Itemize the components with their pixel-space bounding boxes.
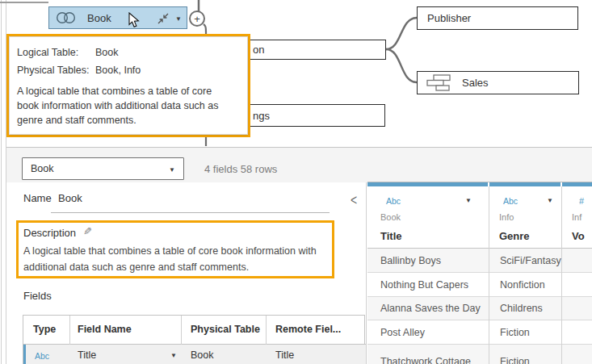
plus-icon: + [194, 14, 200, 24]
field-name-caret-icon[interactable]: ▼ [170, 352, 177, 359]
fields-rows-summary: 4 fields 58 rows [204, 163, 277, 175]
tooltip-physical-value: Book, Info [95, 65, 141, 76]
fields-section-label: Fields [23, 290, 52, 302]
node-book-label: Book [87, 12, 111, 24]
number-type-icon: # [579, 196, 584, 206]
cell-title: Post Alley [380, 327, 425, 338]
grid-row-5: Thatchwork Cottage Fiction [367, 345, 592, 364]
grid-col-divider-1 [489, 186, 489, 364]
fields-header-physical-table: Physical Table [191, 324, 260, 335]
cell-genre: Nonfiction [500, 279, 545, 291]
panel-grid-divider [366, 182, 367, 364]
node-edition-label: on [253, 44, 264, 56]
tooltip-logical-value: Book [95, 47, 119, 58]
table-tooltip: Logical Table: Book Physical Tables: Boo… [9, 36, 248, 135]
mouse-cursor-icon [128, 12, 140, 28]
row-selected-bar [23, 345, 26, 364]
cell-title: Alanna Saves the Day [380, 303, 481, 314]
grid-column-header-title[interactable]: Abc ▼ Book Title [367, 186, 489, 249]
cell-genre: Fiction [500, 356, 530, 364]
node-book-selected[interactable]: Book ▼ [48, 6, 187, 29]
description-text: A logical table that combines a table of… [23, 243, 329, 275]
grid-row-2: Nothing But Capers Nonfiction [367, 273, 592, 297]
add-table-button[interactable]: + [189, 10, 205, 27]
cell-title: Ballinby Boys [380, 255, 441, 266]
collapse-panel-icon[interactable]: < [351, 190, 357, 208]
grid-column-header-genre[interactable]: Abc ▼ Info Genre [489, 186, 561, 249]
table-tooltip-highlight: Logical Table: Book Physical Tables: Boo… [6, 34, 250, 137]
physical-table-cell: Book [191, 349, 214, 361]
grid-row-4: Post Alley Fiction [367, 320, 592, 345]
column-field-name: Title [380, 230, 402, 242]
cell-title: Nothing But Capers [380, 279, 468, 291]
grid-col-divider-2 [561, 186, 562, 364]
column-field-name: Genre [499, 230, 530, 242]
node-dropdown-caret-icon[interactable]: ▼ [175, 15, 182, 23]
cell-title: Thatchwork Cottage [380, 356, 471, 364]
cell-genre: SciFi/Fantasy [500, 255, 561, 266]
grid-column-header-volume[interactable]: # Inf Vo [562, 186, 592, 249]
string-type-icon: Abc [503, 196, 518, 206]
grid-row-3: Alanna Saves the Day Childrens [367, 297, 592, 320]
cell-genre: Fiction [500, 327, 530, 338]
column-table-name: Inf [572, 212, 582, 222]
column-table-name: Info [499, 212, 514, 222]
join-venn-icon [55, 11, 78, 24]
cell-genre: Childrens [500, 303, 543, 314]
string-type-icon: Abc [35, 351, 49, 361]
selector-caret-icon: ▼ [169, 166, 175, 174]
string-type-icon: Abc [386, 196, 401, 206]
tooltip-description: A logical table that combines a table of… [17, 84, 235, 128]
name-input-underline [51, 212, 330, 213]
fields-header-type: Type [33, 324, 56, 335]
name-label: Name [23, 192, 52, 204]
collapse-table-icon[interactable] [157, 12, 170, 25]
tooltip-logical-label: Logical Table: [17, 47, 95, 58]
column-table-name: Book [380, 212, 401, 222]
node-ratings-label: ngs [253, 110, 270, 122]
table-selector-dropdown[interactable]: Book ▼ [22, 157, 184, 180]
field-name-cell[interactable]: Title [78, 349, 96, 361]
column-menu-caret-icon[interactable]: ▼ [465, 197, 472, 204]
fields-header-field-name: Field Name [78, 324, 132, 335]
tableau-datasource-window: on ngs Publisher Sales Book [0, 0, 592, 364]
tooltip-physical-label: Physical Tables: [17, 65, 95, 76]
table-selector-value: Book [31, 163, 54, 174]
edit-pencil-icon[interactable]: ✎ [83, 225, 92, 237]
fields-table: Type Field Name Physical Table Remote Fi… [23, 315, 365, 364]
name-value-input[interactable]: Book [58, 192, 82, 204]
column-field-name: Vo [572, 230, 585, 242]
fields-table-row[interactable]: Abc Title ▼ Book Title [23, 345, 366, 364]
grid-row-1: Ballinby Boys SciFi/Fantasy [367, 249, 592, 273]
remote-field-cell: Title [275, 349, 294, 361]
column-menu-caret-icon[interactable]: ▼ [547, 197, 553, 204]
fields-header-remote-field: Remote Fiel... [275, 324, 341, 335]
description-label: Description [23, 227, 76, 239]
